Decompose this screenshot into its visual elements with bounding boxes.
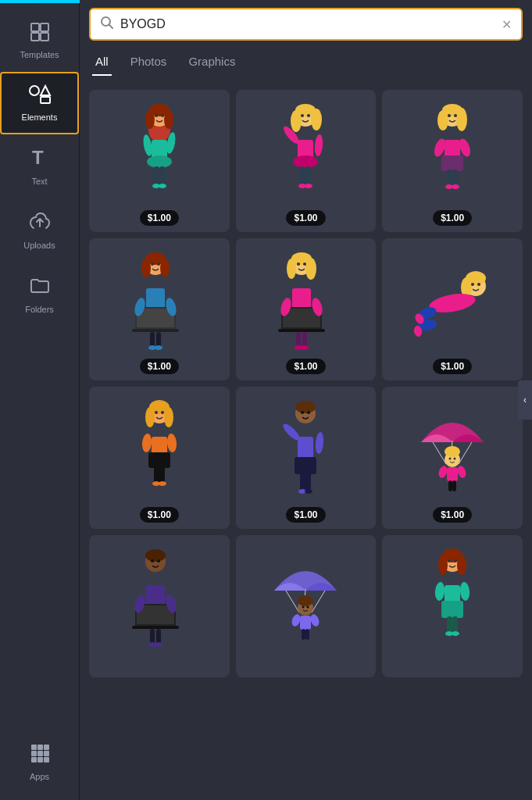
svg-rect-0 [31, 23, 39, 31]
main-panel: ✕ All Photos Graphics [80, 0, 532, 800]
list-item[interactable]: $1.00 [236, 238, 377, 380]
svg-point-33 [159, 184, 166, 188]
search-input[interactable] [120, 17, 495, 31]
svg-point-80 [287, 259, 296, 279]
svg-rect-163 [300, 616, 311, 630]
list-item[interactable] [89, 535, 230, 677]
svg-point-61 [452, 184, 459, 189]
svg-point-107 [164, 407, 173, 427]
svg-rect-71 [132, 329, 179, 332]
svg-point-109 [161, 411, 164, 414]
search-clear-button[interactable]: ✕ [502, 17, 512, 32]
svg-rect-13 [44, 751, 49, 756]
uploads-icon [29, 211, 51, 236]
grid-container[interactable]: $1.00 [80, 84, 532, 800]
svg-point-53 [454, 114, 457, 117]
sidebar-item-text[interactable]: T Text [0, 134, 79, 198]
price-badge: $1.00 [433, 507, 472, 523]
svg-rect-166 [302, 629, 305, 640]
svg-rect-45 [305, 166, 311, 186]
tab-all[interactable]: All [92, 48, 112, 76]
svg-point-155 [155, 642, 162, 647]
svg-point-39 [307, 114, 310, 117]
list-item[interactable]: $1.00 [89, 238, 230, 380]
tabs-bar: All Photos Graphics [80, 48, 532, 76]
svg-line-156 [286, 591, 299, 612]
svg-point-112 [141, 434, 152, 453]
svg-point-177 [459, 582, 470, 602]
svg-rect-149 [132, 626, 179, 629]
sidebar-item-templates[interactable]: Templates [0, 9, 79, 72]
templates-label: Templates [20, 50, 59, 59]
svg-point-125 [315, 432, 324, 455]
text-label: Text [31, 177, 47, 186]
svg-point-119 [295, 401, 316, 413]
svg-point-171 [457, 555, 466, 575]
svg-point-22 [145, 110, 155, 129]
svg-rect-15 [37, 757, 43, 762]
sidebar-item-uploads[interactable]: Uploads [0, 198, 79, 262]
tab-photos[interactable]: Photos [127, 48, 170, 76]
svg-rect-8 [31, 745, 37, 750]
svg-point-129 [305, 489, 312, 494]
svg-point-38 [301, 114, 304, 117]
svg-point-43 [314, 134, 323, 157]
elements-icon [28, 84, 52, 108]
svg-point-82 [297, 262, 300, 266]
list-item[interactable]: $1.00 [382, 238, 523, 380]
sidebar: Templates Elements T Text Uploads [0, 0, 80, 800]
svg-point-97 [471, 283, 474, 286]
svg-point-121 [307, 411, 310, 414]
list-item[interactable]: $1.00 [236, 90, 377, 232]
price-badge: $1.00 [433, 359, 472, 374]
svg-point-135 [449, 458, 452, 460]
text-icon: T [29, 147, 51, 172]
sidebar-item-apps[interactable]: Apps [0, 730, 79, 794]
list-item[interactable] [236, 535, 377, 677]
sidebar-item-folders[interactable]: Folders [0, 262, 79, 327]
svg-point-173 [454, 559, 457, 562]
list-item[interactable]: $1.00 [236, 387, 377, 529]
svg-line-158 [312, 591, 325, 612]
svg-point-93 [301, 345, 309, 350]
collapse-button[interactable]: ‹ [518, 380, 532, 420]
list-item[interactable]: $1.00 [89, 90, 230, 232]
svg-point-37 [311, 109, 322, 130]
svg-point-27 [147, 155, 172, 168]
svg-rect-11 [31, 751, 37, 756]
svg-marker-5 [41, 86, 50, 95]
list-item[interactable] [382, 535, 523, 677]
svg-point-176 [434, 582, 445, 602]
items-grid: $1.00 [89, 90, 523, 677]
svg-rect-68 [146, 288, 165, 310]
svg-rect-44 [300, 166, 305, 186]
svg-rect-9 [37, 745, 43, 750]
folders-label: Folders [25, 305, 54, 314]
svg-point-52 [448, 114, 451, 117]
svg-rect-16 [44, 757, 49, 762]
list-item[interactable]: $1.00 [382, 387, 523, 529]
sidebar-item-elements[interactable]: Elements [0, 72, 79, 134]
svg-rect-111 [148, 452, 170, 468]
svg-point-106 [145, 407, 155, 427]
svg-point-98 [477, 283, 480, 286]
svg-point-144 [151, 559, 154, 562]
svg-point-51 [437, 110, 448, 130]
svg-point-65 [160, 259, 170, 277]
svg-text:T: T [32, 147, 44, 168]
svg-line-130 [433, 442, 446, 464]
svg-point-161 [302, 606, 305, 609]
svg-rect-179 [452, 616, 458, 634]
svg-point-25 [161, 114, 164, 117]
uploads-label: Uploads [23, 241, 55, 250]
list-item[interactable]: $1.00 [382, 90, 523, 232]
list-item[interactable]: $1.00 [89, 387, 230, 529]
svg-point-77 [155, 345, 162, 350]
svg-rect-58 [447, 170, 452, 187]
svg-rect-87 [278, 329, 325, 332]
tab-graphics[interactable]: Graphics [185, 48, 238, 76]
svg-rect-167 [305, 629, 309, 640]
svg-point-143 [145, 549, 166, 562]
apps-label: Apps [30, 772, 49, 781]
apps-icon [29, 742, 51, 767]
